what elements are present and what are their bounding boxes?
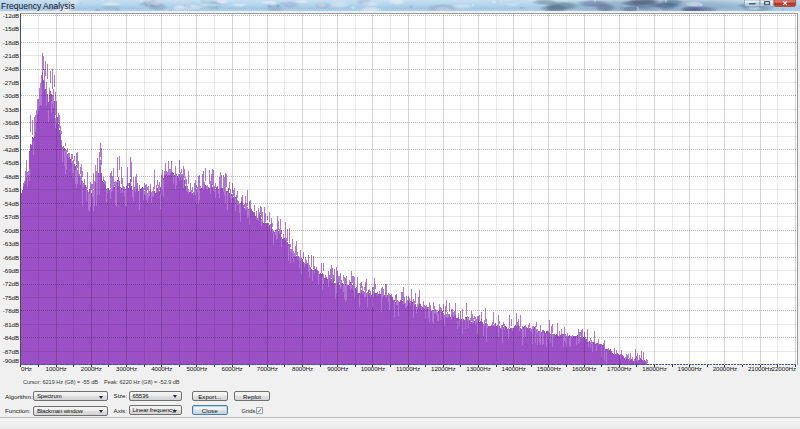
svg-text:22000Hz: 22000Hz — [772, 365, 796, 372]
svg-text:-33dB: -33dB — [3, 106, 19, 113]
svg-text:-54dB: -54dB — [3, 200, 19, 207]
svg-text:-48dB: -48dB — [3, 173, 19, 180]
svg-text:21000Hz: 21000Hz — [748, 365, 772, 372]
svg-text:-18dB: -18dB — [3, 39, 19, 46]
svg-text:-42dB: -42dB — [3, 146, 19, 153]
svg-text:-27dB: -27dB — [3, 79, 19, 86]
svg-text:0Hz: 0Hz — [21, 365, 32, 372]
svg-text:-45dB: -45dB — [3, 159, 19, 166]
svg-text:Cursor: 6219 Hz (G8) = -55 dB: Cursor: 6219 Hz (G8) = -55 dB — [23, 379, 98, 385]
svg-text:8000Hz: 8000Hz — [292, 365, 313, 372]
svg-text:-15dB: -15dB — [3, 25, 19, 32]
svg-text:-57dB: -57dB — [3, 213, 19, 220]
svg-text:5000Hz: 5000Hz — [186, 365, 207, 372]
svg-text:3000Hz: 3000Hz — [116, 365, 137, 372]
svg-text:-66dB: -66dB — [3, 254, 19, 261]
svg-text:20000Hz: 20000Hz — [713, 365, 737, 372]
svg-text:-78dB: -78dB — [3, 307, 19, 314]
svg-text:16000Hz: 16000Hz — [572, 365, 596, 372]
svg-text:19000Hz: 19000Hz — [677, 365, 701, 372]
svg-text:4000Hz: 4000Hz — [151, 365, 172, 372]
svg-text:-39dB: -39dB — [3, 133, 19, 140]
svg-text:-36dB: -36dB — [3, 119, 19, 126]
svg-text:-21dB: -21dB — [3, 52, 19, 59]
svg-text:-87dB: -87dB — [3, 348, 19, 355]
svg-text:-72dB: -72dB — [3, 280, 19, 287]
svg-text:-81dB: -81dB — [3, 321, 19, 328]
svg-text:14000Hz: 14000Hz — [501, 365, 525, 372]
svg-text:2000Hz: 2000Hz — [81, 365, 102, 372]
svg-text:6000Hz: 6000Hz — [222, 365, 243, 372]
svg-text:12000Hz: 12000Hz — [431, 365, 455, 372]
svg-text:-90dB: -90dB — [3, 357, 19, 364]
svg-text:17000Hz: 17000Hz — [607, 365, 631, 372]
svg-text:-63dB: -63dB — [3, 240, 19, 247]
svg-text:Peak: 6220 Hz (G8) = -52.9 dB: Peak: 6220 Hz (G8) = -52.9 dB — [104, 379, 180, 385]
svg-text:-75dB: -75dB — [3, 294, 19, 301]
svg-text:9000Hz: 9000Hz — [327, 365, 348, 372]
svg-text:-24dB: -24dB — [3, 65, 19, 72]
svg-text:18000Hz: 18000Hz — [642, 365, 666, 372]
svg-text:-84dB: -84dB — [3, 334, 19, 341]
svg-text:-51dB: -51dB — [3, 186, 19, 193]
svg-text:13000Hz: 13000Hz — [466, 365, 490, 372]
svg-text:7000Hz: 7000Hz — [257, 365, 278, 372]
svg-text:10000Hz: 10000Hz — [361, 365, 385, 372]
svg-text:11000Hz: 11000Hz — [396, 365, 420, 372]
svg-text:-12dB: -12dB — [3, 12, 19, 19]
svg-text:-69dB: -69dB — [3, 267, 19, 274]
svg-text:-30dB: -30dB — [3, 92, 19, 99]
svg-text:-60dB: -60dB — [3, 227, 19, 234]
svg-text:1000Hz: 1000Hz — [46, 365, 67, 372]
svg-text:15000Hz: 15000Hz — [537, 365, 561, 372]
